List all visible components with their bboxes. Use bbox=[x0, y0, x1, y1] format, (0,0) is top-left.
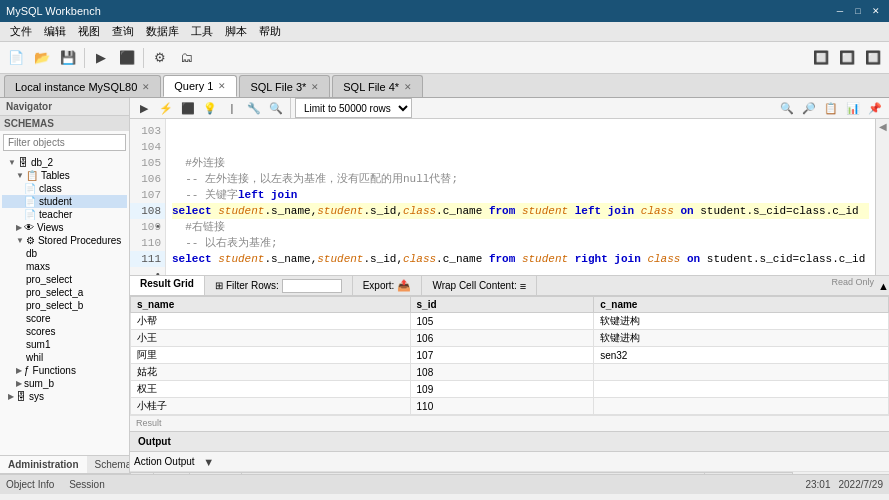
tab-label: Query 1 bbox=[174, 80, 213, 92]
tree-item-views[interactable]: ▶ 👁 Views bbox=[2, 221, 127, 234]
output-table-container[interactable]: # Time Action Message Duration / Fetch ✔… bbox=[130, 472, 889, 474]
result-tab-wrap[interactable]: Wrap Cell Content: ≡ bbox=[422, 276, 537, 295]
explain-button[interactable]: 💡 bbox=[200, 98, 220, 118]
tree-item-db2[interactable]: ▼ 🗄 db_2 bbox=[2, 156, 127, 169]
tab-close-icon[interactable]: ✕ bbox=[218, 81, 226, 91]
new-query-button[interactable]: 📄 bbox=[4, 46, 28, 70]
tree-item-functions[interactable]: ▶ ƒ Functions bbox=[2, 364, 127, 377]
open-button[interactable]: 📂 bbox=[30, 46, 54, 70]
schemas-label: SCHEMAS bbox=[0, 116, 129, 131]
status-session[interactable]: Session bbox=[69, 479, 105, 490]
export-button[interactable]: 📤 bbox=[397, 279, 411, 292]
tree-item-db[interactable]: db bbox=[2, 247, 127, 260]
menu-tools[interactable]: 工具 bbox=[185, 22, 219, 41]
tbl-111a: student bbox=[218, 253, 264, 265]
tab-close-icon[interactable]: ✕ bbox=[311, 82, 319, 92]
qt-search-1[interactable]: 🔍 bbox=[777, 98, 797, 118]
tab-close-icon[interactable]: ✕ bbox=[142, 82, 150, 92]
tbl-108e: class bbox=[641, 205, 674, 217]
run-selection-button[interactable]: ⚡ bbox=[156, 98, 176, 118]
menu-file[interactable]: 文件 bbox=[4, 22, 38, 41]
tree-item-scores[interactable]: scores bbox=[2, 325, 127, 338]
code-lines[interactable]: #外连接 -- 左外连接，以左表为基准，没有匹配的用null代替; -- 关键字… bbox=[166, 119, 875, 275]
tree-item-sum1[interactable]: sum1 bbox=[2, 338, 127, 351]
run-query-button[interactable]: ▶ bbox=[134, 98, 154, 118]
proc-label-a: pro_select_a bbox=[26, 287, 83, 298]
tree-label-sys: sys bbox=[29, 391, 44, 402]
close-button[interactable]: ✕ bbox=[869, 4, 883, 18]
qt-action-3[interactable]: 📌 bbox=[865, 98, 885, 118]
tree-item-pro-select-b[interactable]: pro_select_b bbox=[2, 299, 127, 312]
toolbar-extra-2[interactable]: 🔲 bbox=[835, 46, 859, 70]
cell-cname-2: 软键进构 bbox=[594, 330, 889, 347]
table-icon-student: 📄 bbox=[24, 196, 36, 207]
tab-sqlfile4[interactable]: SQL File 4* ✕ bbox=[332, 75, 423, 97]
cell-sname-4: 姑花 bbox=[131, 364, 411, 381]
filter-input[interactable] bbox=[282, 279, 342, 293]
tab-label: SQL File 3* bbox=[250, 81, 306, 93]
save-button[interactable]: 💾 bbox=[56, 46, 80, 70]
tree-item-stored-procs[interactable]: ▼ ⚙ Stored Procedures bbox=[2, 234, 127, 247]
qt-action-1[interactable]: 📋 bbox=[821, 98, 841, 118]
right-panel-bar: ◀ bbox=[875, 119, 889, 275]
menu-database[interactable]: 数据库 bbox=[140, 22, 185, 41]
menu-view[interactable]: 视图 bbox=[72, 22, 106, 41]
tree-item-pro-select-a[interactable]: pro_select_a bbox=[2, 286, 127, 299]
tree-item-tables[interactable]: ▼ 📋 Tables bbox=[2, 169, 127, 182]
collapse-btn[interactable]: ◀ bbox=[879, 121, 887, 132]
result-tab-filter[interactable]: ⊞ Filter Rows: bbox=[205, 276, 353, 295]
tree-item-sys[interactable]: ▶ 🗄 sys bbox=[2, 390, 127, 403]
result-row-2: 小王 106 软键进构 bbox=[131, 330, 889, 347]
run-button[interactable]: ▶ bbox=[89, 46, 113, 70]
filter-objects-input[interactable] bbox=[3, 134, 126, 151]
menu-script[interactable]: 脚本 bbox=[219, 22, 253, 41]
tree-item-sumb[interactable]: ▶ sum_b bbox=[2, 377, 127, 390]
maximize-button[interactable]: □ bbox=[851, 4, 865, 18]
toolbar-separator-1 bbox=[84, 48, 85, 68]
app-title: MySQL Workbench bbox=[6, 5, 833, 17]
sidebar-tab-admin[interactable]: Administration bbox=[0, 456, 87, 474]
tree-item-student[interactable]: 📄 student bbox=[2, 195, 127, 208]
menu-query[interactable]: 查询 bbox=[106, 22, 140, 41]
settings-button[interactable]: ⚙ bbox=[148, 46, 172, 70]
tree-label-functions: Functions bbox=[33, 365, 76, 376]
output-action-btn[interactable]: ▼ bbox=[199, 452, 219, 472]
find-button[interactable]: 🔍 bbox=[266, 98, 286, 118]
tab-close-icon[interactable]: ✕ bbox=[404, 82, 412, 92]
qt-action-2[interactable]: 📊 bbox=[843, 98, 863, 118]
tree-item-score[interactable]: score bbox=[2, 312, 127, 325]
stop-query-button[interactable]: ⬛ bbox=[178, 98, 198, 118]
result-panel-collapse[interactable]: ▲ bbox=[878, 276, 889, 295]
result-grid[interactable]: s_name s_id c_name 小帮 105 软键进构 bbox=[130, 296, 889, 415]
sidebar-tab-schemas[interactable]: Schemas bbox=[87, 456, 130, 474]
schemas-button[interactable]: 🗂 bbox=[174, 46, 198, 70]
stop-button[interactable]: ⬛ bbox=[115, 46, 139, 70]
result-area: Result Grid ⊞ Filter Rows: Export: 📤 Wra… bbox=[130, 275, 889, 431]
wrap-button[interactable]: ≡ bbox=[520, 280, 526, 292]
result-tab-grid[interactable]: Result Grid bbox=[130, 276, 205, 295]
tree-item-teacher[interactable]: 📄 teacher bbox=[2, 208, 127, 221]
tree-item-maxs[interactable]: maxs bbox=[2, 260, 127, 273]
menu-help[interactable]: 帮助 bbox=[253, 22, 287, 41]
qt-search-2[interactable]: 🔎 bbox=[799, 98, 819, 118]
minimize-button[interactable]: ─ bbox=[833, 4, 847, 18]
tab-query1[interactable]: Query 1 ✕ bbox=[163, 75, 237, 97]
tree-item-whil[interactable]: whil bbox=[2, 351, 127, 364]
filter-label: Filter Rows: bbox=[226, 280, 279, 291]
tree-label-student: student bbox=[39, 196, 72, 207]
tab-sqlfile3[interactable]: SQL File 3* ✕ bbox=[239, 75, 330, 97]
toolbar-extra-3[interactable]: 🔲 bbox=[861, 46, 885, 70]
tree-item-pro-select[interactable]: pro_select bbox=[2, 273, 127, 286]
status-left: Object Info Session bbox=[6, 479, 105, 490]
tree-item-class[interactable]: 📄 class bbox=[2, 182, 127, 195]
toolbar-extra-1[interactable]: 🔲 bbox=[809, 46, 833, 70]
result-tab-export[interactable]: Export: 📤 bbox=[353, 276, 423, 295]
cursor-button[interactable]: | bbox=[222, 98, 242, 118]
tbl-108b: student bbox=[317, 205, 363, 217]
tab-local-instance[interactable]: Local instance MySQL80 ✕ bbox=[4, 75, 161, 97]
menu-edit[interactable]: 编辑 bbox=[38, 22, 72, 41]
code-content[interactable]: 103 104 105 106 107 108 • 109 110 111 • … bbox=[130, 119, 889, 275]
format-button[interactable]: 🔧 bbox=[244, 98, 264, 118]
limit-rows-select[interactable]: Limit to 50000 rows bbox=[295, 98, 412, 118]
status-object-info[interactable]: Object Info bbox=[6, 479, 54, 490]
